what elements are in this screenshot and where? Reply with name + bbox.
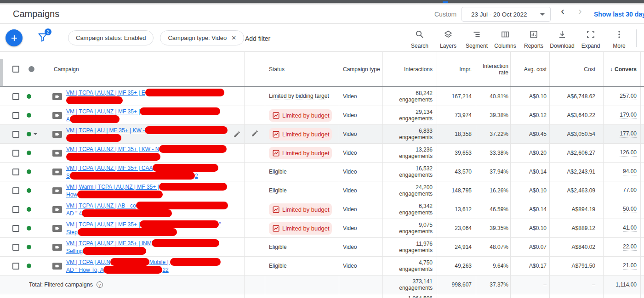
impr-cell: 23,064 bbox=[437, 219, 476, 237]
column-header-convers[interactable]: ↓Convers bbox=[603, 52, 640, 86]
campaign-link-line2[interactable] bbox=[66, 153, 227, 161]
campaign-link-line2[interactable]: Step bbox=[66, 228, 221, 236]
campaign-link-line2[interactable]: How bbox=[66, 191, 227, 198]
chevron-left-icon[interactable]: ‹ bbox=[556, 6, 569, 17]
row-checkbox[interactable] bbox=[12, 263, 19, 270]
campaign-link-line1[interactable]: VM | TCPA | AU,NMobile | bbox=[66, 258, 221, 266]
add-filter-button[interactable]: Add filter bbox=[245, 35, 270, 42]
status-text[interactable]: Limited by bidding target bbox=[269, 93, 329, 100]
tool-expand[interactable]: Expand bbox=[576, 27, 605, 49]
show-last-30-days-link[interactable]: Show last 30 days bbox=[594, 11, 644, 18]
row-checkbox[interactable] bbox=[12, 225, 19, 232]
partial-interactions-value: 1,064,506 bbox=[408, 295, 433, 298]
enabled-status-dot[interactable] bbox=[27, 94, 31, 99]
campaign-link-line1[interactable]: VM | TCPA | AU,NZ | MF 35+ | KW - N bbox=[66, 145, 227, 153]
row-checkbox[interactable] bbox=[12, 169, 19, 175]
campaign-type-cell: Video bbox=[339, 106, 382, 124]
tool-search[interactable]: Search bbox=[405, 27, 434, 49]
campaign-link-line1[interactable]: VM | TCPA | AU,NZ | AB - co bbox=[66, 202, 228, 209]
limited-by-budget-badge[interactable]: Limited by budget bbox=[269, 147, 332, 159]
row-checkbox[interactable] bbox=[12, 112, 19, 119]
column-header-rate[interactable]: Interaction rate bbox=[476, 52, 510, 86]
help-circle-icon[interactable]: ? bbox=[97, 281, 103, 288]
campaign-link-line1[interactable]: VM | TCPA | AU,NZ | MF 35+ |" bbox=[66, 220, 221, 228]
limited-by-budget-badge[interactable]: Limited by budget bbox=[269, 203, 332, 216]
status-badge-label: Limited by budget bbox=[282, 131, 330, 138]
enabled-status-dot[interactable] bbox=[27, 151, 31, 155]
enabled-status-dot[interactable] bbox=[27, 169, 31, 174]
enabled-status-dot[interactable] bbox=[27, 188, 31, 193]
redaction-mark bbox=[83, 247, 146, 255]
edit-pencil-icon[interactable] bbox=[251, 129, 259, 139]
close-icon[interactable]: ✕ bbox=[231, 34, 236, 41]
campaign-link-line2[interactable]: AD " 4 bbox=[66, 209, 228, 217]
campaign-name-fragment: AD " 4 bbox=[66, 210, 82, 217]
row-checkbox[interactable] bbox=[12, 187, 19, 194]
column-header-campaign[interactable]: Campaign bbox=[0, 52, 244, 86]
campaign-link-line1[interactable]: VM | TCPA | AU,NZ | MF 35+ | E bbox=[66, 89, 224, 96]
tool-layers[interactable]: Layers bbox=[434, 27, 462, 49]
campaign-link-line2[interactable] bbox=[66, 134, 228, 142]
status-filter-dot[interactable] bbox=[28, 66, 34, 72]
filter-chip[interactable]: Campaign status: Enabled bbox=[68, 30, 154, 45]
video-campaign-icon bbox=[52, 93, 62, 100]
limited-by-budget-badge[interactable]: Limited by budget bbox=[269, 222, 332, 235]
date-range-picker[interactable]: 23 Jul - 20 Oct 2022 bbox=[462, 7, 551, 22]
campaign-link-line1[interactable]: VM | TCPA | AU | MF 35+ | KW - bbox=[66, 126, 228, 134]
interactions-cell: 6,833engagements bbox=[382, 125, 437, 143]
campaign-link-line1[interactable]: VM | TCPA | AU,NZ | MF 35+ | CAA bbox=[66, 164, 218, 172]
row-checkbox[interactable] bbox=[12, 150, 19, 157]
table-row: VM | TCPA | AU,NZ | MF 35+ | E Limited b… bbox=[0, 87, 644, 106]
column-header-type[interactable]: Campaign type bbox=[339, 52, 382, 86]
campaign-name-fragment: VM | TCPA | AU,NZ | MF 35+ | bbox=[66, 221, 140, 228]
campaign-link-line2[interactable] bbox=[66, 96, 224, 104]
campaign-type-cell: Video bbox=[339, 219, 382, 237]
column-header-avg-cost[interactable]: Avg. cost bbox=[510, 52, 549, 86]
tool-segment[interactable]: Segment bbox=[462, 27, 491, 49]
left-edge-scroll-tab[interactable] bbox=[0, 59, 3, 87]
row-checkbox[interactable] bbox=[12, 206, 19, 213]
tool-reports[interactable]: Reports bbox=[519, 27, 548, 49]
chevron-right-icon[interactable]: › bbox=[574, 6, 587, 17]
tool-columns[interactable]: Columns bbox=[491, 27, 519, 49]
convers-cell: 50.00 bbox=[603, 200, 640, 219]
enabled-status-dot[interactable] bbox=[27, 264, 31, 268]
column-header-impr[interactable]: Impr. bbox=[437, 52, 476, 86]
campaign-link-line2[interactable]: A bbox=[66, 115, 220, 123]
campaign-link-line2[interactable]: S2 bbox=[66, 172, 218, 180]
campaign-link-line2[interactable]: Selling bbox=[66, 247, 219, 255]
campaign-link-line1[interactable]: VM | TCPA | AU,NZ | MF 35+ | INM bbox=[66, 239, 219, 247]
campaign-type-cell: Video bbox=[339, 163, 382, 181]
campaign-type-cell: Video bbox=[339, 125, 382, 143]
convers-cell: 77.00 bbox=[603, 181, 640, 200]
video-campaign-icon bbox=[52, 206, 62, 213]
enabled-status-dot[interactable] bbox=[27, 132, 31, 136]
campaign-link-line1[interactable]: VM | Warm | TCPA | AU,NZ | MF 35+ | bbox=[66, 183, 227, 191]
tool-download[interactable]: Download bbox=[548, 27, 576, 49]
column-header-interactions[interactable]: Interactions bbox=[382, 52, 437, 86]
filter-chip-label: Campaign status: Enabled bbox=[76, 34, 146, 41]
row-checkbox[interactable] bbox=[12, 131, 19, 138]
column-header-cost[interactable]: Cost bbox=[549, 52, 603, 86]
column-header-status[interactable]: Status bbox=[265, 52, 339, 86]
enabled-status-dot[interactable] bbox=[27, 207, 31, 212]
limited-by-budget-badge[interactable]: Limited by budget bbox=[269, 128, 332, 141]
enabled-status-dot[interactable] bbox=[27, 226, 31, 231]
row-checkbox[interactable] bbox=[12, 244, 19, 251]
video-campaign-icon bbox=[52, 169, 62, 175]
cost-cell: A$791.50 bbox=[549, 257, 603, 275]
edit-pencil-icon[interactable] bbox=[233, 130, 241, 140]
filter-funnel-button[interactable]: 2 bbox=[37, 31, 51, 45]
status-text: Eligible bbox=[269, 169, 287, 175]
tool-more[interactable]: More bbox=[605, 27, 633, 49]
filter-chip[interactable]: Campaign type: Video✕ bbox=[160, 30, 244, 45]
limited-by-budget-badge[interactable]: Limited by budget bbox=[269, 109, 332, 122]
campaign-link-line1[interactable]: VM | TCPA | AU,NZ | MF 35+ | bbox=[66, 107, 220, 115]
select-all-checkbox[interactable] bbox=[12, 66, 19, 73]
enabled-status-dot[interactable] bbox=[27, 113, 31, 118]
row-checkbox[interactable] bbox=[12, 93, 19, 100]
add-campaign-button[interactable] bbox=[6, 29, 23, 46]
chevron-down-icon[interactable] bbox=[34, 133, 37, 135]
campaign-link-line2[interactable]: AD " How To, A22 bbox=[66, 266, 221, 274]
enabled-status-dot[interactable] bbox=[27, 245, 31, 249]
